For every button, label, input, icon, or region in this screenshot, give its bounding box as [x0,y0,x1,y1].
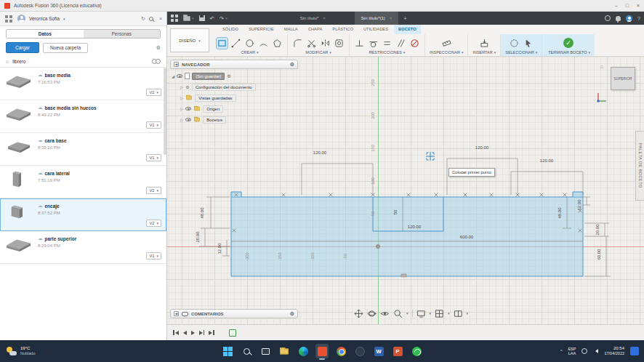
tray-expand-caret-icon[interactable]: ^ [560,349,563,353]
task-view-icon[interactable] [259,344,272,358]
version-badge[interactable]: V2▾ [146,89,161,96]
refresh-icon[interactable]: ↻ [141,16,145,22]
timeline-step-forward-button[interactable] [199,330,205,335]
help-icon[interactable]: ? [637,15,640,22]
tree-node-row[interactable]: ▷ Bocetos [180,116,298,124]
fillet-tool-icon[interactable] [292,38,303,49]
expander-icon[interactable]: ▷ [180,85,183,89]
apps-grid-icon[interactable] [5,15,8,18]
version-badge[interactable]: V1▾ [146,121,161,129]
expander-icon[interactable]: ▷ [180,118,183,122]
trim-tool-icon[interactable] [306,38,317,49]
powerpoint-icon[interactable]: P [391,344,404,358]
version-badge[interactable]: V1▾ [146,154,161,161]
dimension-label[interactable]: 20.00 [595,224,600,235]
home-view-icon[interactable]: ⌂ [600,64,603,69]
list-item[interactable]: ☁cara base 8:39:20 PM V1▾ [0,133,166,166]
rectangle-tool-icon[interactable] [217,38,228,49]
close-button[interactable]: × [637,3,640,8]
sketch-canvas[interactable]: 120.00 120.00 120.00 48.00 20.00 12.00 5… [167,57,644,324]
minimize-button[interactable]: – [615,3,618,8]
line-tool-icon[interactable] [230,38,241,49]
new-folder-button[interactable]: Nueva carpeta [43,43,88,53]
group-label-inspeccionar[interactable]: INSPECCIONAR▾ [430,50,463,55]
list-item[interactable]: ☁base media sin huecos 8:49:22 PM V1▾ [0,100,166,133]
list-item[interactable]: ☁base media 7:16:53 PM V2▾ [0,68,166,100]
zoom-icon[interactable] [393,309,403,318]
visibility-eye-icon[interactable] [185,118,191,121]
chrome-browser-icon[interactable] [334,344,347,358]
dimension-label[interactable]: 20.00 [196,231,200,242]
scrollbar[interactable] [164,68,166,155]
tree-node-row[interactable]: ▷ ⚙ Configuración del documento [180,83,298,91]
timeline-step-back-button[interactable] [183,331,187,335]
start-button[interactable] [221,344,234,358]
grid-chevron-icon[interactable]: ▾ [448,311,450,315]
user-menu-chevron-icon[interactable]: ▾ [63,17,65,21]
polygon-tool-icon[interactable] [272,38,283,49]
cursor-select-icon[interactable] [523,38,534,49]
people-icon[interactable] [152,58,161,64]
edge-browser-icon[interactable] [297,344,310,358]
search-icon[interactable] [149,17,153,21]
zoom-chevron-icon[interactable]: ▾ [406,311,408,315]
save-icon[interactable] [199,15,205,21]
lasso-select-icon[interactable] [509,38,520,49]
redo-icon[interactable]: ↷▾ [220,15,228,22]
block-constraint-icon[interactable] [409,38,420,49]
dimension-label[interactable]: 120.00 [408,225,421,229]
clock[interactable]: 20:54 17/04/2022 [604,346,624,356]
taskbar-search-icon[interactable] [240,344,253,358]
open-file-icon[interactable]: ▾ [183,16,194,21]
dimension-label[interactable]: 50 [393,210,398,215]
insert-tool-icon[interactable] [479,38,490,49]
close-tab-icon[interactable]: × [323,16,326,20]
group-label-terminar-boceto[interactable]: TERMINAR BOCETO▾ [547,50,590,55]
list-item[interactable]: ☁parte superior 8:29:04 PM V1▾ [0,231,166,264]
node-label[interactable]: Bocetos [203,116,226,124]
app-grid-icon[interactable] [171,15,174,17]
root-node-label[interactable]: (Sin guardar) [192,73,225,80]
tab-plastico[interactable]: PLÁSTICO [328,25,358,34]
document-tab-1[interactable]: Sin título*× [294,12,332,25]
list-item[interactable]: ☁cara lateral 7:51:16 PM V2▾ [0,166,166,198]
job-status-icon[interactable] [605,15,611,21]
group-label-insertar[interactable]: INSERTAR▾ [472,50,496,55]
visibility-eye-icon[interactable] [177,74,182,78]
notification-badge[interactable] [630,347,639,355]
user-avatar[interactable] [17,15,25,23]
tab-superficie[interactable]: SUPERFICIE [244,25,278,34]
node-label[interactable]: Vistas guardadas [195,94,236,102]
pan-icon[interactable] [354,309,363,318]
circle-tool-icon[interactable] [244,38,255,49]
tab-datos[interactable]: Datos [7,30,84,38]
node-label[interactable]: Configuración del documento [192,84,256,91]
collapse-panel-icon[interactable]: ◀ [174,311,179,316]
dimension-label[interactable]: 120.00 [313,150,326,155]
whatsapp-icon[interactable] [410,344,423,358]
app-icon-dark[interactable] [353,344,366,358]
viewcube[interactable]: ⌂ SUPERIOR [600,64,638,97]
new-tab-icon[interactable]: + [403,15,406,22]
network-icon[interactable] [581,348,587,354]
browser-gear-icon[interactable]: ⚙ [290,62,294,68]
user-name[interactable]: Veronica Sofia [29,16,60,21]
comments-bar[interactable]: ◀ COMENTARIOS ⚙ [170,309,298,318]
version-badge[interactable]: V2▾ [146,187,161,194]
file-explorer-icon[interactable] [278,344,291,358]
collapse-panel-icon[interactable]: ◀ [174,62,179,67]
equal-constraint-icon[interactable] [382,38,393,49]
group-label-crear[interactable]: CREAR▾ [241,50,259,55]
document-tab-2-active[interactable]: Sin título*(1)× [355,12,399,25]
add-icon[interactable]: ⊕ [227,73,231,79]
expander-icon[interactable]: ▷ [180,107,183,111]
tab-personas[interactable]: Personas [84,30,161,38]
group-label-seleccionar[interactable]: SELECCIONAR▾ [505,50,537,55]
maximize-button[interactable]: □ [626,3,629,8]
workspace-menu[interactable]: DISEÑO▾ [170,28,209,52]
display-settings-icon[interactable] [416,309,426,318]
weather-widget[interactable]: 19°C Nublado [0,346,42,355]
mirror-tool-icon[interactable] [320,38,331,49]
dimension-label[interactable]: 600.00 [460,235,473,239]
tab-chapa[interactable]: CHAPA [304,25,327,34]
